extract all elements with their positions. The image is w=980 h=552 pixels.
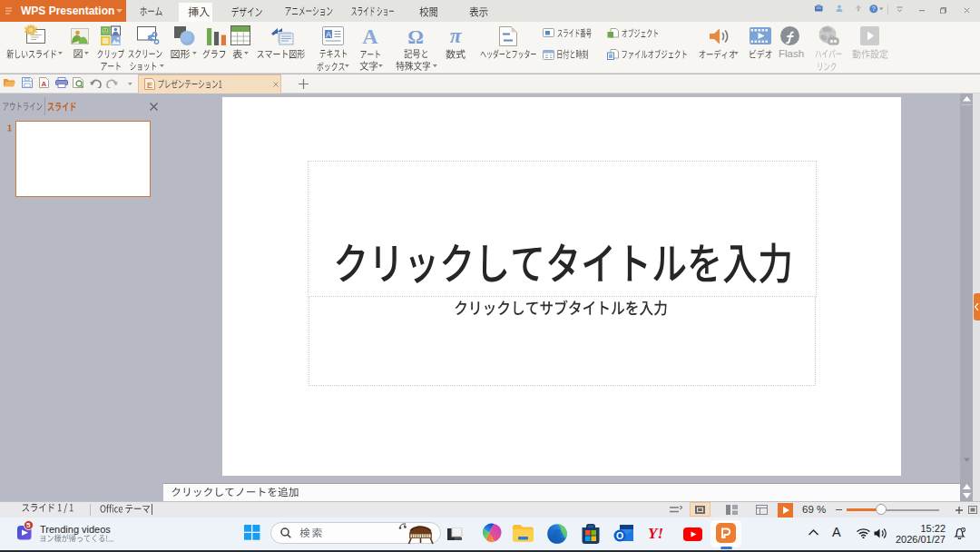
svg-text:O: O [616,530,623,541]
svg-text:?: ? [872,5,876,12]
svg-text:Ω: Ω [407,25,424,46]
svg-text:A: A [326,30,331,39]
svg-text:A: A [42,80,47,88]
svg-text:E: E [147,81,152,90]
svg-text:A: A [362,25,378,46]
svg-text:π: π [450,25,463,46]
